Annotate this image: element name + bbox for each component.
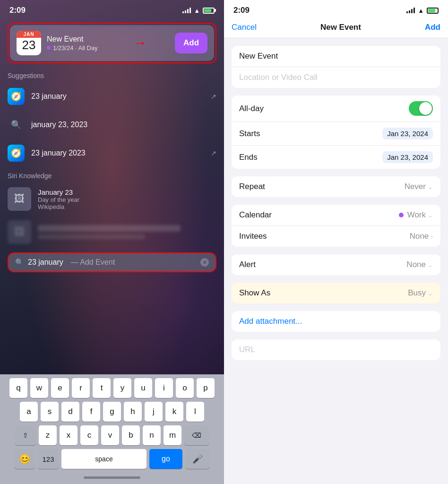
search-bar: 🔍 23 january — Add Event ✕ [9, 253, 215, 271]
key-d[interactable]: d [61, 402, 79, 422]
suggestion-item-2[interactable]: 🧭 23 january 2023 ↗ [0, 139, 224, 167]
repeat-section: Repeat Never ⌄ [232, 176, 440, 197]
keyboard-row-2: a s d f g h j k l [2, 402, 222, 422]
keyboard: q w e r t y u i o p a s d f g h j k l ⇧ … [0, 374, 224, 484]
suggestion-arrow-0: ↗ [211, 93, 216, 100]
calendar-color-dot [399, 213, 404, 217]
event-card-container: JAN 23 New Event 1/23/24 · All Day → Add [8, 23, 216, 63]
left-status-icons: ▲ [182, 7, 215, 14]
add-button[interactable]: Add [425, 23, 440, 32]
keyboard-row-1: q w e r t y u i o p [2, 378, 222, 398]
key-y[interactable]: y [113, 378, 131, 398]
key-l[interactable]: l [186, 402, 204, 422]
event-info: New Event 1/23/24 · All Day [47, 35, 105, 52]
key-s[interactable]: s [41, 402, 59, 422]
cancel-button[interactable]: Cancel [232, 23, 257, 32]
key-n[interactable]: n [143, 425, 161, 445]
suggestion-item-1[interactable]: 🔍 january 23, 2023 [0, 111, 224, 139]
show-as-row[interactable]: Show As Busy ⌄ [232, 283, 440, 303]
invitees-label: Invitees [239, 232, 410, 241]
search-query-text: 23 january [28, 258, 63, 267]
calendar-section: Calendar Work ⌄ Invitees None › [232, 205, 440, 247]
key-c[interactable]: c [80, 425, 98, 445]
compass-icon-0: 🧭 [8, 88, 25, 105]
location-input[interactable] [239, 73, 433, 82]
siri-item[interactable]: 🖼 January 23 Day of the year Wikipedia [0, 182, 224, 216]
key-p[interactable]: p [197, 378, 215, 398]
suggestions-label: Suggestions [0, 67, 224, 82]
event-dot [47, 46, 51, 50]
key-go[interactable]: go [149, 449, 182, 469]
add-attachment-label: Add attachment... [239, 317, 433, 326]
right-battery-icon [427, 8, 439, 14]
key-num[interactable]: 123 [38, 449, 59, 469]
all-day-label: All-day [239, 104, 409, 113]
calendar-month: JAN [17, 31, 41, 38]
signal-icon [182, 8, 191, 13]
event-subtitle: 1/23/24 · All Day [47, 44, 105, 52]
ends-value: Jan 23, 2024 [382, 151, 433, 163]
repeat-row[interactable]: Repeat Never ⌄ [232, 176, 440, 197]
key-v[interactable]: v [101, 425, 119, 445]
keyboard-row-4: 😊 123 space go 🎤 [2, 449, 222, 469]
key-w[interactable]: w [30, 378, 48, 398]
siri-knowledge-label: Siri Knowledge [0, 167, 224, 182]
all-day-row: All-day [232, 95, 440, 122]
key-emoji[interactable]: 😊 [14, 449, 35, 469]
event-card: JAN 23 New Event 1/23/24 · All Day → Add [10, 25, 214, 61]
starts-row[interactable]: Starts Jan 23, 2024 [232, 122, 440, 146]
key-j[interactable]: j [145, 402, 163, 422]
show-as-label: Show As [239, 288, 408, 298]
blurred-item: 🖼 [0, 216, 224, 249]
key-e[interactable]: e [51, 378, 69, 398]
event-name-section [232, 46, 440, 88]
url-section [232, 339, 440, 360]
invitees-value: None › [410, 232, 433, 241]
alert-row[interactable]: Alert None ⌄ [232, 254, 440, 275]
attachment-section: Add attachment... [232, 311, 440, 332]
starts-label: Starts [239, 129, 382, 138]
event-name-input[interactable] [239, 52, 433, 61]
key-r[interactable]: r [72, 378, 90, 398]
key-i[interactable]: i [155, 378, 173, 398]
search-clear-button[interactable]: ✕ [200, 258, 209, 267]
search-bar-container[interactable]: 🔍 23 january — Add Event ✕ [8, 252, 216, 272]
key-o[interactable]: o [176, 378, 194, 398]
key-u[interactable]: u [134, 378, 152, 398]
ends-row[interactable]: Ends Jan 23, 2024 [232, 146, 440, 169]
all-day-toggle[interactable] [409, 101, 433, 116]
key-m[interactable]: m [164, 425, 181, 445]
calendar-chevron-icon: ⌄ [428, 212, 433, 219]
key-k[interactable]: k [165, 402, 183, 422]
key-shift[interactable]: ⇧ [15, 425, 36, 445]
key-z[interactable]: z [39, 425, 57, 445]
key-f[interactable]: f [82, 402, 100, 422]
key-space[interactable]: space [61, 449, 146, 469]
key-b[interactable]: b [122, 425, 140, 445]
key-x[interactable]: x [60, 425, 78, 445]
add-attachment-row[interactable]: Add attachment... [232, 311, 440, 332]
key-q[interactable]: q [9, 378, 27, 398]
blurred-thumb: 🖼 [8, 220, 31, 244]
url-input[interactable] [239, 345, 433, 354]
calendar-row[interactable]: Calendar Work ⌄ [232, 205, 440, 226]
suggestion-arrow-2: ↗ [211, 149, 216, 157]
event-add-button[interactable]: Add [175, 33, 207, 53]
key-h[interactable]: h [124, 402, 142, 422]
key-t[interactable]: t [93, 378, 111, 398]
starts-value: Jan 23, 2024 [382, 128, 433, 139]
calendar-label: Calendar [239, 210, 399, 220]
key-mic[interactable]: 🎤 [185, 449, 210, 469]
search-bar-icon: 🔍 [15, 258, 24, 267]
siri-subtitle-2: Wikipedia [38, 203, 216, 210]
key-delete[interactable]: ⌫ [184, 425, 209, 445]
key-g[interactable]: g [103, 402, 121, 422]
key-a[interactable]: a [20, 402, 38, 422]
alert-label: Alert [239, 260, 406, 269]
invitees-row[interactable]: Invitees None › [232, 226, 440, 247]
event-title: New Event [47, 35, 105, 43]
right-signal-icon [406, 8, 415, 13]
invitees-arrow-icon: › [431, 233, 433, 240]
arrow-container: → [111, 35, 169, 51]
suggestion-item-0[interactable]: 🧭 23 january ↗ [0, 82, 224, 111]
